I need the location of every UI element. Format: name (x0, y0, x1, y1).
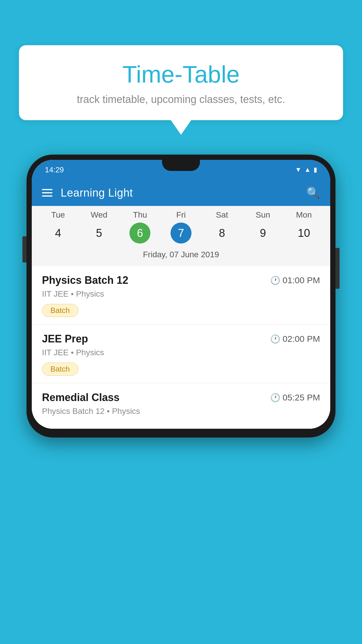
phone-frame: 14:29 ▼ ▲ ▮ Learning Light 🔍 (27, 155, 335, 438)
speech-bubble-title: Time-Table (36, 61, 326, 88)
day-number[interactable]: 6 (129, 223, 150, 244)
day-number[interactable]: 5 (89, 223, 110, 244)
speech-bubble-card: Time-Table track timetable, upcoming cla… (19, 45, 343, 120)
schedule-item-header: Physics Batch 12 🕐 01:00 PM (42, 274, 320, 286)
status-time: 14:29 (45, 165, 64, 174)
schedule-item-name: Physics Batch 12 (42, 274, 128, 286)
status-bar: 14:29 ▼ ▲ ▮ (32, 160, 330, 180)
schedule-item-time: 🕐 05:25 PM (270, 393, 320, 402)
signal-icon: ▲ (304, 166, 311, 174)
schedule-item-time: 🕐 02:00 PM (270, 334, 320, 344)
day-col[interactable]: Sat8 (208, 210, 237, 244)
schedule-list: Physics Batch 12 🕐 01:00 PM IIT JEE • Ph… (32, 266, 330, 429)
speech-bubble-subtitle: track timetable, upcoming classes, tests… (36, 93, 326, 106)
days-row: Tue4Wed5Thu6Fri7Sat8Sun9Mon10 (32, 210, 330, 244)
menu-icon[interactable] (42, 189, 52, 197)
schedule-item-subtitle: Physics Batch 12 • Physics (42, 407, 320, 416)
speech-bubble-tail (171, 120, 191, 135)
schedule-item[interactable]: JEE Prep 🕐 02:00 PM IIT JEE • Physics Ba… (32, 325, 330, 383)
battery-icon: ▮ (314, 166, 317, 174)
schedule-item[interactable]: Remedial Class 🕐 05:25 PM Physics Batch … (32, 383, 330, 429)
day-name: Thu (133, 210, 147, 220)
day-number[interactable]: 8 (212, 223, 233, 244)
phone-screen: 14:29 ▼ ▲ ▮ Learning Light 🔍 (32, 160, 330, 429)
batch-tag: Batch (42, 363, 78, 376)
day-col[interactable]: Mon10 (289, 210, 319, 244)
day-number[interactable]: 9 (252, 223, 273, 244)
day-number[interactable]: 7 (171, 223, 191, 244)
day-name: Tue (51, 210, 65, 220)
app-title: Learning Light (61, 187, 133, 199)
day-col[interactable]: Tue4 (43, 210, 73, 244)
schedule-item-time: 🕐 01:00 PM (270, 275, 320, 285)
day-col[interactable]: Wed5 (85, 210, 114, 244)
schedule-item-name: JEE Prep (42, 333, 88, 345)
day-name: Sat (216, 210, 228, 220)
day-col[interactable]: Fri7 (166, 210, 196, 244)
status-icons: ▼ ▲ ▮ (295, 166, 317, 174)
phone-container: 14:29 ▼ ▲ ▮ Learning Light 🔍 (23, 155, 339, 438)
calendar-strip: Tue4Wed5Thu6Fri7Sat8Sun9Mon10 Friday, 07… (32, 206, 330, 266)
schedule-item-name: Remedial Class (42, 391, 120, 404)
day-number[interactable]: 4 (48, 223, 68, 244)
schedule-item-subtitle: IIT JEE • Physics (42, 289, 320, 299)
calendar-date-label: Friday, 07 June 2019 (32, 246, 330, 264)
toolbar-left: Learning Light (42, 187, 133, 199)
schedule-item-subtitle: IIT JEE • Physics (42, 348, 320, 357)
schedule-item[interactable]: Physics Batch 12 🕐 01:00 PM IIT JEE • Ph… (32, 266, 330, 325)
day-name: Wed (91, 210, 107, 220)
day-col[interactable]: Sun9 (248, 210, 277, 244)
clock-icon: 🕐 (270, 393, 280, 402)
day-col[interactable]: Thu6 (125, 210, 154, 244)
day-name: Fri (176, 210, 186, 220)
schedule-item-header: JEE Prep 🕐 02:00 PM (42, 333, 320, 345)
clock-icon: 🕐 (270, 334, 280, 344)
day-number[interactable]: 10 (294, 223, 314, 244)
day-name: Sun (256, 210, 270, 220)
clock-icon: 🕐 (270, 276, 280, 285)
batch-tag: Batch (42, 304, 78, 317)
search-icon[interactable]: 🔍 (306, 186, 320, 199)
day-name: Mon (296, 210, 312, 220)
schedule-item-header: Remedial Class 🕐 05:25 PM (42, 391, 320, 404)
speech-bubble-section: Time-Table track timetable, upcoming cla… (19, 45, 343, 135)
app-toolbar: Learning Light 🔍 (32, 180, 330, 206)
wifi-icon: ▼ (295, 166, 301, 174)
